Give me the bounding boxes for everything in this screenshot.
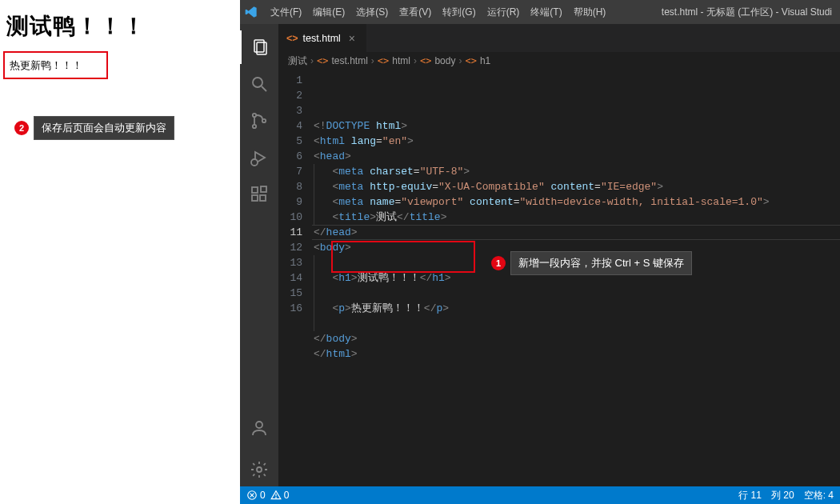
error-count: 0	[260, 490, 266, 501]
tag-icon: <>	[378, 55, 389, 66]
svg-point-5	[253, 125, 256, 128]
menu-item[interactable]: 终端(T)	[525, 2, 567, 22]
callout-1: 1 新增一段内容，并按 Ctrl + S 键保存	[491, 251, 692, 275]
account-icon[interactable]	[240, 411, 278, 445]
svg-point-13	[256, 422, 262, 428]
extensions-icon[interactable]	[240, 178, 278, 211]
line-number-gutter: 12345678910111213141516	[278, 73, 314, 486]
html-file-icon: <>	[317, 55, 328, 66]
tag-icon: <>	[420, 55, 431, 66]
svg-rect-10	[252, 195, 258, 201]
code-lines[interactable]: <!DOCTYPE html><html lang="en"><head> <m…	[314, 73, 840, 486]
source-control-icon[interactable]	[240, 104, 278, 138]
run-debug-icon[interactable]	[240, 141, 278, 174]
warning-icon	[270, 490, 282, 501]
tab-bar: <> test.html ×	[278, 24, 840, 52]
breadcrumb-file: test.html	[331, 55, 367, 66]
menu-item[interactable]: 运行(R)	[482, 2, 526, 22]
status-spaces[interactable]: 空格: 4	[804, 489, 834, 502]
menu-item[interactable]: 选择(S)	[350, 2, 394, 22]
search-icon[interactable]	[240, 67, 278, 101]
callout-1-label: 新增一段内容，并按 Ctrl + S 键保存	[510, 251, 692, 275]
svg-point-4	[253, 114, 256, 117]
callout-1-number: 1	[491, 256, 506, 270]
breadcrumb-html: html	[392, 55, 410, 66]
vscode-logo-icon	[245, 6, 258, 18]
chevron-right-icon: ›	[371, 55, 374, 66]
breadcrumb-body: body	[434, 55, 455, 66]
svg-point-2	[253, 78, 262, 87]
breadcrumb-h1: h1	[480, 55, 490, 66]
chevron-right-icon: ›	[458, 55, 462, 66]
window-title: test.html - 无标题 (工作区) - Visual Studi	[662, 6, 835, 19]
error-icon	[246, 490, 258, 501]
tab-label: test.html	[303, 33, 341, 44]
explorer-icon[interactable]	[240, 30, 278, 64]
browser-preview-pane: 测试鸭！！！ 热更新鸭！！！ 2 保存后页面会自动更新内容	[0, 0, 240, 504]
activity-bar	[240, 24, 278, 486]
menu-item[interactable]: 文件(F)	[265, 2, 307, 22]
callout-2-label: 保存后页面会自动更新内容	[34, 116, 174, 140]
callout-2: 2 保存后页面会自动更新内容	[14, 116, 174, 140]
warning-count: 0	[284, 490, 290, 501]
menu-item[interactable]: 转到(G)	[437, 2, 481, 22]
titlebar: 文件(F)编辑(E)选择(S)查看(V)转到(G)运行(R)终端(T)帮助(H)…	[240, 0, 840, 24]
menu-item[interactable]: 编辑(E)	[307, 2, 350, 22]
settings-gear-icon[interactable]	[240, 453, 278, 486]
status-warnings[interactable]: 0	[270, 490, 290, 501]
preview-heading: 测试鸭！！！	[6, 11, 234, 42]
vscode-window: 文件(F)编辑(E)选择(S)查看(V)转到(G)运行(R)终端(T)帮助(H)…	[240, 0, 840, 504]
svg-point-6	[262, 119, 266, 122]
svg-rect-9	[252, 187, 258, 193]
tag-icon: <>	[465, 55, 476, 66]
tab-test-html[interactable]: <> test.html ×	[278, 24, 367, 52]
svg-rect-12	[261, 186, 266, 192]
close-icon[interactable]: ×	[346, 32, 358, 45]
callout-2-number: 2	[14, 121, 29, 135]
status-bar: 0 0 行 11 列 20 空格: 4	[240, 486, 840, 504]
html-file-icon: <>	[286, 33, 298, 44]
breadcrumb[interactable]: 测试 › <> test.html › <> html › <> body › …	[278, 52, 840, 70]
svg-point-8	[251, 159, 258, 166]
status-errors[interactable]: 0	[246, 490, 266, 501]
chevron-right-icon: ›	[310, 55, 314, 66]
svg-rect-11	[260, 195, 266, 201]
chevron-right-icon: ›	[414, 55, 417, 66]
preview-paragraph: 热更新鸭！！！	[10, 59, 82, 71]
status-line[interactable]: 行 11	[738, 489, 762, 502]
menu-item[interactable]: 查看(V)	[394, 2, 437, 22]
menu-item[interactable]: 帮助(H)	[568, 2, 612, 22]
editor: <> test.html × 测试 › <> test.html › <> ht…	[278, 24, 840, 486]
code-area[interactable]: 12345678910111213141516 <!DOCTYPE html><…	[278, 70, 840, 486]
svg-point-14	[257, 467, 262, 472]
breadcrumb-root: 测试	[288, 54, 307, 68]
svg-line-3	[262, 86, 266, 91]
svg-point-19	[275, 498, 276, 498]
status-col[interactable]: 列 20	[771, 489, 794, 502]
preview-highlight-box: 热更新鸭！！！	[3, 51, 108, 79]
